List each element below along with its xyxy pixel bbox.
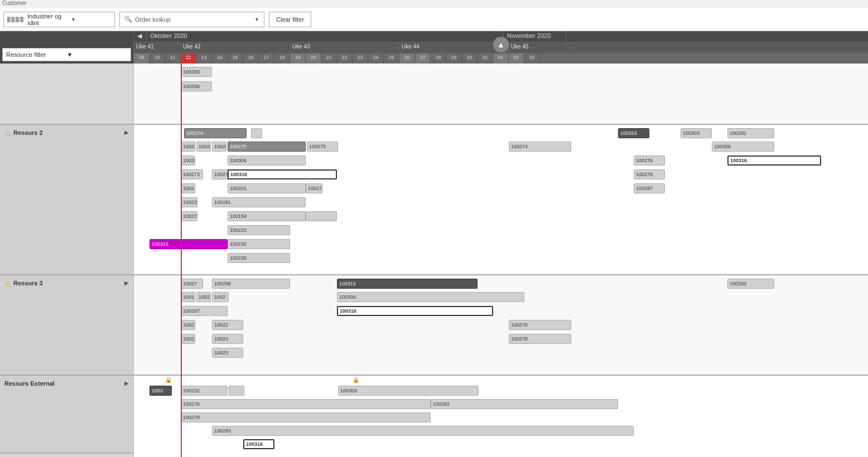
task-100232-ext[interactable]: 100232: [181, 386, 228, 396]
task-100278-ext[interactable]: 100278: [181, 412, 431, 422]
task-100282-r2[interactable]: 100282: [727, 128, 774, 138]
task-100316-r3[interactable]: 100316: [337, 306, 493, 316]
nav-left[interactable]: ◀: [134, 31, 147, 42]
task-100296-r3[interactable]: 100296: [212, 279, 290, 289]
task-100225-r3[interactable]: 10022: [212, 320, 243, 330]
task-100029-r3[interactable]: 1002: [181, 334, 195, 344]
task-100316-r2-right[interactable]: 100316: [727, 155, 821, 166]
task-100275-r2-end[interactable]: 10027: [306, 183, 322, 193]
ressurs-external-chart-row: 🔒 🔒 1003 100232 100303 100276 100282 100…: [134, 376, 868, 457]
resource-filter-arrow: ▼: [67, 51, 128, 58]
ressurs-external-section: Ressurs External ▶: [0, 376, 133, 454]
task-100275-r2-long[interactable]: 100275: [228, 142, 306, 152]
task-100026-r3[interactable]: 1002: [196, 292, 211, 302]
order-lookup-arrow: ▼: [254, 17, 259, 22]
task-100223-r2[interactable]: 100223: [228, 225, 290, 235]
task-100283[interactable]: 100283: [181, 67, 212, 77]
day-12: 12: [181, 54, 196, 64]
nav-up-button[interactable]: ▲: [493, 37, 509, 52]
customer-value: Industrier og sånt: [27, 13, 67, 26]
task-100275-r2-short[interactable]: 100275: [307, 142, 338, 152]
day-29: 29: [446, 54, 462, 64]
task-100274-r2-1[interactable]: 100274: [184, 128, 247, 138]
ressurs2-chart-row: 100274 100315 100303 100282 10028 10029 …: [134, 125, 868, 275]
task-100303-ext[interactable]: 100303: [338, 386, 479, 396]
task-100297-r3[interactable]: 100297: [181, 306, 228, 316]
task-100159-end[interactable]: [306, 211, 337, 221]
timeline-header: ◀ Oktober 2020 November 2020 ▲ Uke 41 Uk…: [134, 31, 868, 64]
resource-filter-label: Resource filter: [6, 51, 67, 58]
task-100281-r2[interactable]: 100281: [212, 197, 306, 207]
task-100101-r3[interactable]: 1001: [181, 292, 195, 302]
day-01: 01: [493, 54, 509, 64]
day-16: 16: [243, 54, 259, 64]
ressurs3-section: ⚠ Ressurs 3 ▶: [0, 275, 133, 376]
task-100029-r2[interactable]: 10029: [196, 142, 211, 152]
task-100279-r2[interactable]: 10027: [181, 211, 197, 221]
day-10: 10: [150, 54, 165, 64]
task-100278-r2[interactable]: 100278: [634, 169, 665, 179]
task-100232-r3[interactable]: 10023: [212, 334, 243, 344]
task-100239-r3[interactable]: 10023: [212, 348, 243, 358]
task-100028-r2-b[interactable]: 10028: [212, 142, 226, 152]
task-100232-r2[interactable]: 100232: [228, 239, 290, 249]
lock-icon-left: 🔒: [165, 377, 172, 383]
task-100275-r3[interactable]: 10027: [181, 279, 203, 289]
task-100239-r2[interactable]: 100239: [228, 253, 290, 263]
customer-label: Customer: [2, 0, 26, 6]
task-100297-r2[interactable]: 100297: [634, 183, 665, 193]
day-09: 09: [134, 54, 150, 64]
month-oktober: Oktober 2020: [147, 31, 504, 42]
task-100306-r2[interactable]: 100306: [712, 142, 774, 152]
ressurs3-expand-icon[interactable]: ▶: [124, 280, 129, 286]
task-100315-magenta[interactable]: 100315: [150, 239, 228, 249]
task-100232-ext-tag[interactable]: [229, 386, 244, 396]
task-100028-r2-a[interactable]: 10028: [181, 142, 195, 152]
top-resource-rows: 100283 100296: [134, 64, 868, 125]
ressurs2-expand-icon[interactable]: ▶: [124, 129, 129, 135]
week-43-label: Uke 43: [290, 42, 399, 53]
task-100283-ext[interactable]: 100283: [212, 426, 634, 436]
empty-top-section: [0, 64, 133, 125]
task-100315-r2-1[interactable]: 100315: [618, 128, 649, 138]
task-100273-r2[interactable]: 100273: [181, 169, 203, 179]
task-100283-r3[interactable]: 100283: [727, 279, 774, 289]
task-100276-r3[interactable]: 100276: [509, 320, 571, 330]
task-100159-r2[interactable]: 100159: [228, 211, 306, 221]
resource-filter-dropdown[interactable]: Resource filter ▼: [2, 48, 131, 61]
gantt-sidebar: ⚠ Ressurs 2 ▶ ⚠ Ressurs 3 ▶ Ressurs Exte…: [0, 64, 134, 457]
task-100235-r2[interactable]: 10023: [181, 197, 197, 207]
clear-filter-button[interactable]: Clear filter: [269, 12, 311, 27]
day-row: 09 10 11 12 13 14 15 16 17 18 19 20 21 2…: [134, 54, 868, 64]
task-100311-ext[interactable]: 1003: [150, 386, 172, 396]
day-20: 20: [306, 54, 321, 64]
order-lookup-dropdown[interactable]: 🔍 Order lookup ▼: [119, 12, 264, 27]
day-27: 27: [415, 54, 431, 64]
gantt-header: Resource filter ▼ ◀ Oktober 2020 Novembe…: [0, 31, 868, 64]
task-100316-r2-selected[interactable]: 100316: [228, 169, 337, 179]
week-42-label: Uke 42: [181, 42, 290, 53]
ressurs-external-expand-icon[interactable]: ▶: [124, 380, 129, 386]
gantt-content: 100283 100296 100274 100315 100303 10028…: [134, 64, 868, 457]
task-100020-r3-a[interactable]: 1002: [181, 320, 195, 330]
task-100278-r3[interactable]: 100278: [509, 334, 571, 344]
customer-color-indicator: [7, 17, 24, 22]
task-100296[interactable]: 100296: [181, 81, 212, 91]
task-100282-ext[interactable]: 100282: [431, 399, 618, 409]
task-100306-r3[interactable]: 100306: [337, 292, 524, 302]
task-100316-ext[interactable]: 100316: [243, 439, 274, 449]
task-100201-r3[interactable]: 1002: [212, 292, 229, 302]
task-100306-r2-b[interactable]: 100306: [228, 155, 306, 166]
task-100303-r2[interactable]: 100303: [681, 128, 712, 138]
task-100201-r2[interactable]: 100201: [228, 183, 306, 193]
task-1002-r2[interactable]: 1002: [181, 183, 195, 193]
task-100028-r2-c[interactable]: 10028: [181, 155, 195, 166]
customer-dropdown[interactable]: Industrier og sånt ▼: [3, 12, 115, 27]
task-100276-ext[interactable]: 100276: [181, 399, 431, 409]
task-100274-r2-tag[interactable]: [251, 128, 262, 138]
day-23: 23: [353, 54, 368, 64]
customer-dropdown-arrow: ▼: [71, 17, 111, 22]
task-100315-r3-dark[interactable]: 100315: [337, 279, 478, 289]
task-100276-r2[interactable]: 100276: [634, 155, 665, 166]
task-100274-r2-right[interactable]: 100274: [509, 142, 571, 152]
